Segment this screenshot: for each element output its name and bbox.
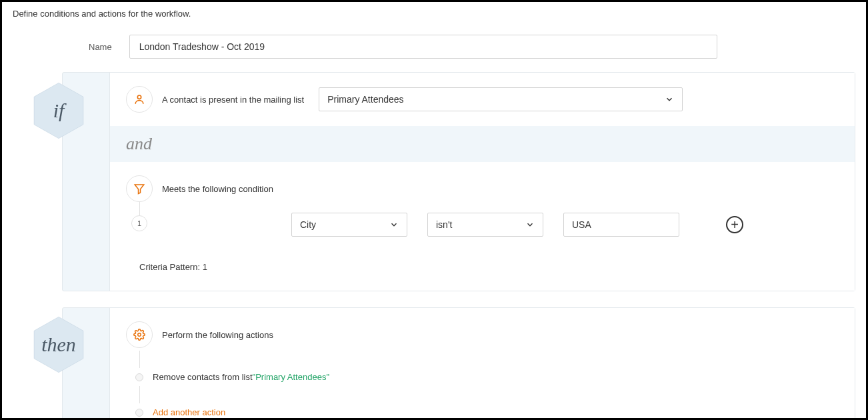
action-list-name: "Primary Attendees" (253, 372, 329, 382)
then-label: then (41, 333, 76, 356)
operator-select[interactable]: isn't (427, 213, 543, 237)
contact-icon (126, 86, 153, 113)
chevron-down-icon (665, 95, 674, 104)
and-label: and (109, 126, 855, 162)
condition-value-input[interactable] (563, 213, 679, 237)
name-row: Name (2, 19, 866, 72)
field-select-value: City (300, 219, 316, 230)
action-dot (135, 373, 143, 381)
svg-marker-2 (135, 185, 144, 194)
if-section: if A contact is present in the mailing l… (62, 72, 855, 291)
mailing-list-select[interactable]: Primary Attendees (319, 87, 683, 111)
action-list: Remove contacts from list"Primary Attend… (126, 351, 839, 420)
svg-point-1 (137, 95, 141, 99)
name-label: Name (89, 42, 112, 52)
filter-icon (126, 175, 153, 202)
chevron-down-icon (389, 220, 399, 229)
trigger-text: A contact is present in the mailing list (162, 95, 304, 105)
if-label: if (53, 99, 65, 122)
actions-panel: Perform the following actions Remove con… (109, 308, 855, 420)
workflow-name-input[interactable] (129, 35, 717, 59)
field-select[interactable]: City (291, 213, 407, 237)
gear-icon (126, 321, 153, 348)
condition-panel: Meets the following condition 1 City isn… (109, 162, 855, 291)
condition-step-number: 1 (131, 215, 147, 231)
add-action-row: Add another action (126, 403, 839, 420)
condition-header-text: Meets the following condition (162, 184, 273, 194)
if-hexagon: if (32, 81, 85, 141)
trigger-panel: A contact is present in the mailing list… (109, 73, 855, 126)
condition-builder-row: City isn't + (291, 213, 839, 237)
then-hexagon: then (32, 315, 85, 375)
page-description: Define conditions and actions for the wo… (2, 2, 866, 19)
then-section: then Perform the following actions Remov… (62, 307, 855, 420)
svg-point-4 (138, 333, 141, 337)
actions-header-text: Perform the following actions (162, 330, 273, 340)
add-another-action-link[interactable]: Add another action (153, 407, 225, 417)
chevron-down-icon (525, 220, 535, 229)
add-condition-button[interactable]: + (726, 216, 743, 233)
mailing-list-value: Primary Attendees (327, 94, 403, 105)
criteria-pattern-text: Criteria Pattern: 1 (139, 262, 839, 272)
action-dot (135, 409, 143, 417)
action-item-remove[interactable]: Remove contacts from list"Primary Attend… (126, 368, 839, 386)
operator-select-value: isn't (436, 219, 452, 230)
action-remove-text: Remove contacts from list"Primary Attend… (153, 372, 329, 382)
